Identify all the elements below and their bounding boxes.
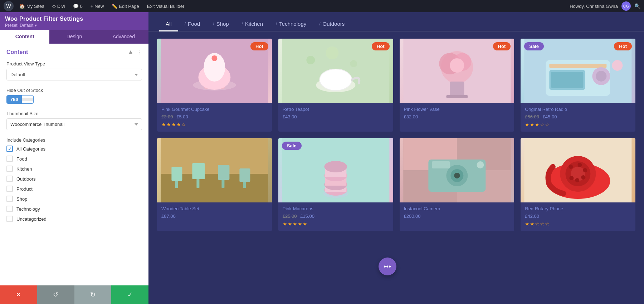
edit-page-link[interactable]: ✏️ Edit Page — [109, 3, 141, 10]
old-price-6: £25.00 — [283, 214, 297, 219]
section-header: Content ▲ ⋮ — [6, 49, 142, 55]
chevron-down-icon: ▾ — [35, 23, 37, 28]
cat-label-technology: Technology — [16, 206, 40, 212]
cat-label-food: Food — [16, 156, 27, 162]
svg-point-67 — [570, 176, 574, 180]
tab-content[interactable]: Content — [0, 30, 49, 44]
pencil-icon: ✏️ — [112, 4, 117, 9]
cat-tab-outdoors-label: Outdoors — [323, 21, 345, 27]
comments-count: 0 — [80, 4, 83, 9]
cat-item-all[interactable]: All Categories — [6, 145, 142, 153]
cat-item-outdoors[interactable]: Outdoors — [6, 175, 142, 183]
cat-item-shop[interactable]: Shop — [6, 195, 142, 203]
right-panel-wrapper: All / Food / Shop / Kitchen / Technology — [148, 12, 644, 304]
product-name-3: Pink Flower Vase — [404, 107, 510, 112]
cat-tab-food-label: Food — [188, 21, 200, 27]
thumbnail-size-select[interactable]: Woocommerce Thumbnail Small Medium Large — [6, 118, 142, 130]
product-card-8[interactable]: Red Rotary Phone £42.00 ★★☆☆☆ — [521, 138, 635, 231]
comments-link[interactable]: 💬 0 — [71, 3, 85, 10]
svg-point-45 — [324, 161, 347, 172]
redo-button[interactable]: ↻ — [74, 285, 112, 304]
product-card-4[interactable]: Sale Hot Original Retro Radio £56.00 £45… — [521, 39, 635, 132]
cat-checkbox-uncategorized[interactable] — [6, 216, 13, 222]
product-card-7[interactable]: Instacool Camera £200.00 — [400, 138, 514, 231]
cat-item-technology[interactable]: Technology — [6, 205, 142, 213]
product-price-4: £56.00 £45.00 — [525, 114, 631, 119]
product-card-3[interactable]: Hot Pink Flower Vase £32.00 — [400, 39, 514, 132]
product-name-4: Original Retro Radio — [525, 107, 631, 112]
exit-builder-label: Exit Visual Builder — [147, 4, 185, 9]
cat-tab-kitchen[interactable]: / Kitchen — [235, 17, 269, 31]
product-view-type-group: Product View Type Default List Grid — [6, 61, 142, 80]
product-view-type-select[interactable]: Default List Grid — [6, 69, 142, 80]
cat-tab-food[interactable]: / Food — [178, 17, 207, 31]
tab-design[interactable]: Design — [49, 30, 99, 44]
cat-tab-shop-label: Shop — [216, 21, 229, 27]
product-card-1[interactable]: Hot Pink Gourmet Cupcake £3.00 £5.00 ★★★… — [157, 39, 272, 132]
howdy-text: Howdy, Christina Gwira — [570, 4, 618, 9]
svg-point-62 — [569, 165, 573, 169]
product-card-2[interactable]: Hot Retro Teapot £43.00 — [278, 39, 393, 132]
cat-tab-technology[interactable]: / Technology — [269, 17, 313, 31]
cat-tab-outdoors[interactable]: / Outdoors — [313, 17, 351, 31]
product-info-8: Red Rotary Phone £42.00 ★★☆☆☆ — [521, 202, 635, 231]
sep-kitchen: / — [242, 21, 243, 26]
wordpress-icon[interactable]: W — [4, 1, 14, 11]
cat-checkbox-shop[interactable] — [6, 196, 13, 202]
undo-button[interactable]: ↺ — [37, 285, 74, 304]
cancel-button[interactable]: ✕ — [0, 285, 37, 304]
cat-tab-kitchen-label: Kitchen — [245, 21, 263, 27]
tab-advanced[interactable]: Advanced — [99, 30, 148, 44]
admin-bar-left: W 🏠 My Sites ◇ Divi 💬 0 + New ✏️ Edit Pa… — [4, 1, 565, 11]
cat-checkbox-product[interactable] — [6, 186, 13, 192]
panel-header: Woo Product Filter Settings Preset: Defa… — [0, 12, 148, 30]
save-button[interactable]: ✓ — [111, 285, 148, 304]
cat-item-kitchen[interactable]: Kitchen — [6, 165, 142, 173]
svg-point-24 — [596, 71, 607, 82]
svg-rect-36 — [239, 168, 250, 182]
product-stars-8: ★★☆☆☆ — [525, 221, 631, 227]
cat-checkbox-outdoors[interactable] — [6, 176, 13, 182]
cat-checkbox-kitchen[interactable] — [6, 166, 13, 172]
new-price-5: £87.00 — [161, 214, 176, 219]
search-button[interactable]: 🔍 — [634, 3, 640, 9]
new-price-2: £43.00 — [283, 114, 297, 119]
product-badge-hot-4: Hot — [614, 42, 632, 50]
new-price-6: £15.00 — [300, 214, 314, 219]
product-stars-1: ★★★★☆ — [161, 122, 268, 127]
old-price-1: £3.00 — [161, 114, 173, 119]
cat-checkbox-food[interactable] — [6, 156, 13, 162]
cat-checkbox-technology[interactable] — [6, 206, 13, 212]
cat-tab-all-label: All — [166, 21, 172, 27]
cat-tab-shop[interactable]: / Shop — [206, 17, 235, 31]
cat-tab-all[interactable]: All — [159, 17, 178, 31]
more-icon[interactable]: ⋮ — [136, 49, 142, 55]
cat-checkbox-all[interactable] — [6, 146, 13, 152]
fab-button[interactable]: ••• — [379, 258, 396, 275]
my-sites-link[interactable]: 🏠 My Sites — [17, 3, 47, 10]
product-badge-hot-3: Hot — [493, 42, 511, 50]
main-layout: Woo Product Filter Settings Preset: Defa… — [0, 12, 644, 304]
panel-title: Woo Product Filter Settings — [5, 16, 143, 22]
svg-point-16 — [450, 58, 464, 73]
my-sites-label: My Sites — [26, 4, 44, 9]
product-price-5: £87.00 — [161, 214, 268, 219]
sep-food: / — [185, 21, 186, 26]
cat-item-food[interactable]: Food — [6, 155, 142, 163]
product-card-5[interactable]: Wooden Table Set £87.00 — [157, 138, 272, 231]
new-link[interactable]: + New — [88, 3, 106, 10]
svg-rect-18 — [446, 95, 468, 98]
product-badge-hot-1: Hot — [250, 42, 268, 50]
divi-link[interactable]: ◇ Divi — [50, 3, 67, 10]
cat-item-product[interactable]: Product — [6, 185, 142, 193]
product-name-2: Retro Teapot — [283, 107, 389, 112]
new-price-8: £42.00 — [525, 214, 539, 219]
panel-preset[interactable]: Preset: Default ▾ — [5, 23, 143, 28]
hide-out-of-stock-toggle[interactable]: YES — [6, 95, 34, 104]
product-name-5: Wooden Table Set — [161, 206, 268, 211]
cat-item-uncategorized[interactable]: Uncategorized — [6, 215, 142, 223]
collapse-icon[interactable]: ▲ — [128, 49, 133, 55]
category-tabs: All / Food / Shop / Kitchen / Technology — [148, 12, 644, 31]
exit-builder-link[interactable]: Exit Visual Builder — [145, 3, 187, 10]
product-card-6[interactable]: Sale Pink Macarons £25.00 £15.00 ★★★★★ — [278, 138, 393, 231]
